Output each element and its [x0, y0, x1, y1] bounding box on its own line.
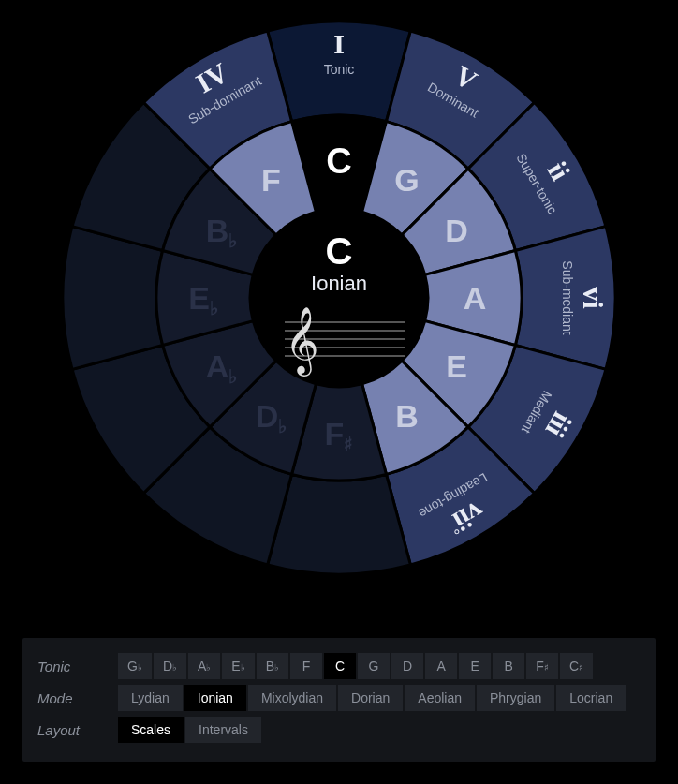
tonic-option[interactable]: C: [324, 653, 356, 679]
tonic-label: Tonic: [34, 658, 118, 674]
tonic-option[interactable]: A: [425, 653, 457, 679]
mode-option[interactable]: Ionian: [184, 685, 246, 711]
layout-option[interactable]: Intervals: [185, 717, 261, 743]
layout-row: Layout ScalesIntervals: [34, 717, 644, 743]
tonic-option[interactable]: G♭: [118, 653, 152, 679]
tonic-option[interactable]: G: [358, 653, 390, 679]
roman-numeral: I: [333, 28, 345, 59]
degree-label: Sub-mediant: [560, 260, 575, 334]
note-label: F: [261, 162, 281, 198]
note-label: C: [326, 141, 351, 181]
center-mode: Ionian: [311, 272, 367, 295]
mode-option[interactable]: Aeolian: [405, 685, 475, 711]
tonic-button-group: G♭D♭A♭E♭B♭FCGDAEBF♯C♯: [118, 653, 595, 679]
tonic-row: Tonic G♭D♭A♭E♭B♭FCGDAEBF♯C♯: [34, 653, 644, 679]
note-label: G: [394, 162, 419, 198]
mode-label: Mode: [34, 690, 118, 706]
layout-label: Layout: [34, 722, 118, 738]
tonic-option[interactable]: C♯: [560, 653, 593, 679]
mode-option[interactable]: Mixolydian: [248, 685, 336, 711]
layout-button-group: ScalesIntervals: [118, 717, 263, 743]
tonic-option[interactable]: B♭: [257, 653, 288, 679]
mode-button-group: LydianIonianMixolydianDorianAeolianPhryg…: [118, 685, 627, 711]
roman-numeral: vi: [578, 287, 609, 308]
mode-row: Mode LydianIonianMixolydianDorianAeolian…: [34, 685, 644, 711]
tonic-option[interactable]: E♭: [222, 653, 254, 679]
note-label: A: [464, 280, 487, 316]
mode-option[interactable]: Dorian: [338, 685, 403, 711]
note-label: B: [395, 398, 419, 434]
note-label: E: [446, 348, 467, 384]
degree-label: Tonic: [324, 62, 355, 77]
tonic-option[interactable]: D: [391, 653, 423, 679]
tonic-option[interactable]: D♭: [154, 653, 186, 679]
layout-option[interactable]: Scales: [118, 717, 184, 743]
control-panel: Tonic G♭D♭A♭E♭B♭FCGDAEBF♯C♯ Mode LydianI…: [22, 638, 656, 762]
mode-option[interactable]: Locrian: [556, 685, 626, 711]
tonic-option[interactable]: E: [459, 653, 491, 679]
tonic-option[interactable]: B: [493, 653, 524, 679]
circle-of-fifths-wheel: ITonicVDominantiiSuper-tonicviSub-median…: [49, 7, 629, 588]
tonic-option[interactable]: F♯: [526, 653, 558, 679]
tonic-option[interactable]: A♭: [188, 653, 220, 679]
mode-option[interactable]: Lydian: [118, 685, 183, 711]
tonic-option[interactable]: F: [290, 653, 322, 679]
note-label: D: [445, 213, 468, 248]
center-note: C: [326, 230, 353, 272]
treble-clef-icon: 𝄞: [285, 307, 319, 377]
mode-option[interactable]: Phrygian: [477, 685, 554, 711]
